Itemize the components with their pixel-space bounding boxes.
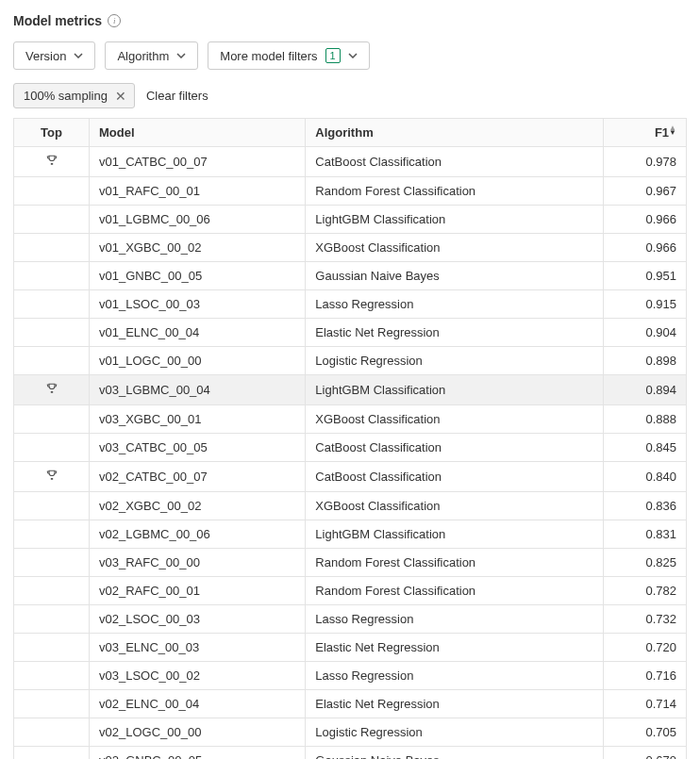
f1-cell: 0.720 (603, 634, 686, 662)
f1-cell: 0.898 (603, 347, 686, 375)
table-row[interactable]: v03_LGBMC_00_04LightGBM Classification0.… (14, 375, 687, 405)
table-row[interactable]: v01_CATBC_00_07CatBoost Classification0.… (14, 147, 687, 177)
top-cell (14, 347, 90, 375)
model-cell: v02_CATBC_00_07 (90, 462, 306, 492)
top-cell (14, 434, 90, 462)
model-cell: v03_CATBC_00_05 (90, 434, 306, 462)
table-row[interactable]: v03_LSOC_00_02Lasso Regression0.716 (14, 662, 687, 690)
f1-cell: 0.894 (603, 375, 686, 405)
algorithm-cell: Gaussian Naive Bayes (306, 262, 603, 290)
table-row[interactable]: v02_XGBC_00_02XGBoost Classification0.83… (14, 492, 687, 520)
f1-cell: 0.951 (603, 262, 686, 290)
top-cell (14, 718, 90, 747)
f1-cell: 0.904 (603, 319, 686, 347)
table-row[interactable]: v02_GNBC_00_05Gaussian Naive Bayes0.670 (14, 747, 687, 760)
algorithm-cell: XGBoost Classification (306, 405, 603, 434)
model-cell: v02_ELNC_00_04 (90, 690, 306, 718)
version-filter-button[interactable]: Version (13, 41, 95, 70)
info-icon[interactable]: i (108, 14, 121, 27)
table-row[interactable]: v01_LSOC_00_03Lasso Regression0.915 (14, 290, 687, 319)
f1-cell: 0.732 (603, 605, 686, 634)
f1-cell: 0.966 (603, 206, 686, 234)
top-cell (14, 577, 90, 605)
f1-cell: 0.915 (603, 290, 686, 319)
table-row[interactable]: v02_LOGC_00_00Logistic Regression0.705 (14, 718, 687, 747)
model-cell: v03_LSOC_00_02 (90, 662, 306, 690)
top-cell (14, 492, 90, 520)
table-row[interactable]: v01_ELNC_00_04Elastic Net Regression0.90… (14, 319, 687, 347)
trophy-icon (45, 156, 58, 170)
top-cell (14, 634, 90, 662)
more-filters-label: More model filters (220, 49, 317, 63)
table-row[interactable]: v01_RAFC_00_01Random Forest Classificati… (14, 177, 687, 206)
algorithm-cell: Elastic Net Regression (306, 690, 603, 718)
top-cell (14, 147, 90, 177)
table-row[interactable]: v01_XGBC_00_02XGBoost Classification0.96… (14, 234, 687, 262)
model-cell: v03_RAFC_00_00 (90, 549, 306, 577)
top-cell (14, 206, 90, 234)
algorithm-cell: XGBoost Classification (306, 234, 603, 262)
model-cell: v01_RAFC_00_01 (90, 177, 306, 206)
table-row[interactable]: v03_XGBC_00_01XGBoost Classification0.88… (14, 405, 687, 434)
chevron-down-icon (74, 53, 83, 58)
table-row[interactable]: v02_LSOC_00_03Lasso Regression0.732 (14, 605, 687, 634)
close-icon[interactable]: ✕ (115, 90, 126, 103)
table-row[interactable]: v02_RAFC_00_01Random Forest Classificati… (14, 577, 687, 605)
algorithm-cell: Elastic Net Regression (306, 634, 603, 662)
top-cell (14, 405, 90, 434)
f1-cell: 0.978 (603, 147, 686, 177)
top-cell (14, 262, 90, 290)
table-row[interactable]: v01_LOGC_00_00Logistic Regression0.898 (14, 347, 687, 375)
top-cell (14, 549, 90, 577)
algorithm-cell: Random Forest Classification (306, 577, 603, 605)
sampling-chip-label: 100% sampling (24, 89, 108, 103)
algorithm-cell: Random Forest Classification (306, 549, 603, 577)
top-cell (14, 520, 90, 549)
model-metrics-table: Top Model Algorithm F1 ▲▼ v01_CATBC_00_0… (13, 118, 687, 759)
algorithm-cell: Lasso Regression (306, 662, 603, 690)
col-model-header[interactable]: Model (90, 119, 306, 147)
clear-filters-link[interactable]: Clear filters (146, 89, 208, 103)
chevron-down-icon (176, 53, 186, 58)
model-cell: v02_GNBC_00_05 (90, 747, 306, 760)
model-cell: v01_CATBC_00_07 (90, 147, 306, 177)
f1-cell: 0.888 (603, 405, 686, 434)
col-top-header[interactable]: Top (14, 119, 90, 147)
model-cell: v01_ELNC_00_04 (90, 319, 306, 347)
table-row[interactable]: v01_GNBC_00_05Gaussian Naive Bayes0.951 (14, 262, 687, 290)
model-cell: v01_XGBC_00_02 (90, 234, 306, 262)
more-filters-button[interactable]: More model filters 1 (208, 41, 369, 70)
algorithm-cell: LightGBM Classification (306, 206, 603, 234)
top-cell (14, 662, 90, 690)
sort-icon: ▲▼ (669, 125, 676, 135)
f1-cell: 0.716 (603, 662, 686, 690)
algorithm-cell: LightGBM Classification (306, 520, 603, 549)
f1-cell: 0.714 (603, 690, 686, 718)
table-row[interactable]: v03_ELNC_00_03Elastic Net Regression0.72… (14, 634, 687, 662)
f1-cell: 0.845 (603, 434, 686, 462)
algorithm-cell: Logistic Regression (306, 347, 603, 375)
table-row[interactable]: v02_CATBC_00_07CatBoost Classification0.… (14, 462, 687, 492)
table-row[interactable]: v03_CATBC_00_05CatBoost Classification0.… (14, 434, 687, 462)
table-row[interactable]: v03_RAFC_00_00Random Forest Classificati… (14, 549, 687, 577)
col-algorithm-header[interactable]: Algorithm (306, 119, 603, 147)
sampling-chip[interactable]: 100% sampling ✕ (13, 83, 135, 108)
algorithm-cell: CatBoost Classification (306, 434, 603, 462)
table-row[interactable]: v02_ELNC_00_04Elastic Net Regression0.71… (14, 690, 687, 718)
col-f1-header[interactable]: F1 ▲▼ (603, 119, 686, 147)
model-cell: v01_LGBMC_00_06 (90, 206, 306, 234)
algorithm-cell: Lasso Regression (306, 290, 603, 319)
table-row[interactable]: v01_LGBMC_00_06LightGBM Classification0.… (14, 206, 687, 234)
algorithm-filter-button[interactable]: Algorithm (105, 41, 198, 70)
algorithm-cell: CatBoost Classification (306, 147, 603, 177)
table-header-row: Top Model Algorithm F1 ▲▼ (14, 119, 687, 147)
top-cell (14, 690, 90, 718)
f1-cell: 0.840 (603, 462, 686, 492)
model-cell: v02_LOGC_00_00 (90, 718, 306, 747)
table-row[interactable]: v02_LGBMC_00_06LightGBM Classification0.… (14, 520, 687, 549)
model-cell: v01_GNBC_00_05 (90, 262, 306, 290)
model-cell: v03_LGBMC_00_04 (90, 375, 306, 405)
algorithm-cell: Random Forest Classification (306, 177, 603, 206)
model-cell: v02_RAFC_00_01 (90, 577, 306, 605)
filter-bar: Version Algorithm More model filters 1 (13, 41, 687, 70)
